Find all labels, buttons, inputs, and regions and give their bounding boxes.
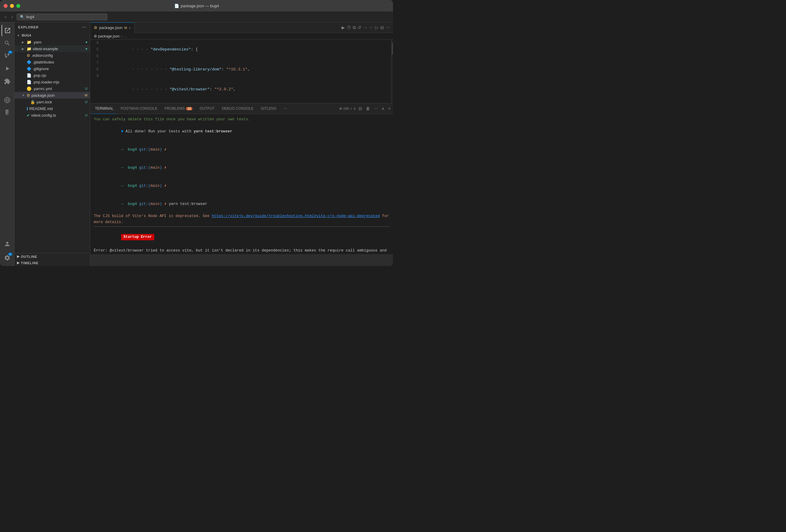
activity-accounts[interactable]: [1, 238, 13, 250]
pnp-cjs-icon: 📄: [27, 73, 31, 78]
terminal-all-done-msg: ■ All done! Run your tests with yarn tes…: [94, 122, 389, 141]
sidebar-item-readme[interactable]: ℹ README.md: [15, 105, 90, 112]
back-icon[interactable]: ←: [369, 24, 374, 30]
sidebar-item-vitest-config[interactable]: ✔ vitest.config.ts U: [15, 112, 90, 119]
terminal-up-icon[interactable]: ∧: [380, 105, 386, 112]
code-line-4: · · · · "devDependencies": {: [103, 40, 391, 59]
tab-problems[interactable]: PROBLEMS 18: [161, 103, 196, 114]
timeline-chevron: ▶: [17, 261, 20, 265]
sidebar-item-gitattributes[interactable]: 🔷 .gitattributes: [15, 58, 90, 65]
tab-more[interactable]: ⋯: [280, 103, 291, 114]
terminal-more-icon[interactable]: ⋯: [372, 105, 379, 112]
terminal-panel: TERMINAL POSTMAN CONSOLE PROBLEMS 18 OUT…: [90, 103, 393, 254]
sidebar-header: EXPLORER ⋯: [15, 22, 90, 32]
toggle-panel-icon[interactable]: ⊟: [380, 24, 385, 30]
source-control-badge: 7: [8, 51, 13, 54]
pnp-loader-icon: 📄: [27, 80, 31, 84]
activity-run[interactable]: [1, 63, 13, 74]
more-actions-icon[interactable]: ⋯: [385, 24, 391, 30]
sidebar-item-yarn[interactable]: ▶ 📁 .yarn ●: [15, 39, 90, 45]
code-line-7: · · · · · · · · "playwright": "^1.45.1",: [103, 99, 391, 103]
startup-error-badge: Startup Error: [121, 234, 154, 240]
revert-icon[interactable]: ↺: [357, 24, 362, 30]
sidebar-item-pnp-loader[interactable]: 📄 .pnp.loader.mjs: [15, 79, 90, 85]
close-button[interactable]: [4, 4, 7, 8]
tab-debug[interactable]: DEBUG CONSOLE: [218, 103, 257, 114]
project-root[interactable]: ▼ BUG4: [15, 32, 90, 39]
settings-badge: 1: [8, 253, 13, 256]
tab-bar: ⚙ package.json M × ▶ ⏱ ⧉ ↺ → ← ▷ ⊟ ⋯: [90, 22, 393, 33]
search-icon: 🔍: [20, 15, 24, 19]
terminal-prompt-yarn: → bug4 git:(main) ✗ yarn test:browser: [94, 195, 389, 213]
terminal-safe-delete-msg: You can safely delete this file once you…: [94, 116, 389, 122]
split-editor-icon[interactable]: ⧉: [352, 24, 356, 31]
tab-package-json[interactable]: ⚙ package.json M ×: [90, 22, 135, 33]
forward-button[interactable]: ›: [10, 14, 14, 20]
activity-bar: 7 1: [0, 22, 15, 266]
timeline-section[interactable]: ▶ TIMELINE: [15, 260, 90, 266]
yarnrc-badge: U: [85, 87, 88, 90]
problems-badge: 18: [186, 107, 192, 110]
project-chevron: ▼: [17, 34, 21, 37]
vitest-config-badge: U: [85, 113, 88, 117]
breadcrumb: ⚙ package.json › …: [90, 33, 393, 40]
activity-extensions[interactable]: [1, 76, 13, 87]
editor-content[interactable]: 4 5 6 7 8 9 · · · · "devDependencies": {…: [90, 40, 393, 103]
split-terminal-icon[interactable]: ⊟: [357, 105, 363, 112]
activity-explorer[interactable]: [1, 25, 13, 36]
activity-remote-explorer[interactable]: [1, 94, 13, 106]
back-button[interactable]: ‹: [4, 14, 7, 20]
new-file-icon[interactable]: ⋯: [82, 25, 86, 30]
terminal-close-icon[interactable]: ×: [387, 105, 392, 112]
terminal-content[interactable]: You can safely delete this file once you…: [90, 114, 393, 254]
tab-gitlens[interactable]: GITLENS: [257, 103, 280, 114]
vitest-folder-icon: 📁: [27, 47, 31, 51]
package-json-icon: ⚙: [27, 93, 30, 98]
sidebar-item-yarnrc[interactable]: 🟡 .yarnrc.yml U: [15, 85, 90, 92]
terminal-actions: ⊕ zsh + ∨ ⊟ 🗑 ⋯ ∧ ×: [339, 105, 392, 112]
code-content[interactable]: · · · · "devDependencies": { · · · · · ·…: [101, 40, 391, 103]
search-box[interactable]: 🔍 bug4: [17, 14, 108, 20]
activity-source-control[interactable]: 7: [1, 50, 13, 62]
sidebar-item-pnp-cjs[interactable]: 📄 .pnp.cjs: [15, 72, 90, 79]
outline-section[interactable]: ▶ OUTLINE: [15, 253, 90, 260]
editor-area: ⚙ package.json M × ▶ ⏱ ⧉ ↺ → ← ▷ ⊟ ⋯: [90, 22, 393, 266]
traffic-lights: [4, 4, 20, 8]
gitignore-icon: 🔷: [27, 67, 31, 71]
sidebar-item-gitignore[interactable]: 🔷 .gitignore: [15, 65, 90, 72]
outline-chevron: ▶: [17, 255, 20, 259]
terminal-prompt-1: → bug4 git:(main) ✗: [94, 141, 389, 159]
timeline-icon[interactable]: ⏱: [346, 24, 351, 30]
gitattributes-icon: 🔷: [27, 60, 31, 64]
activity-testing[interactable]: [1, 107, 13, 119]
titlebar: 📄 package.json — bug4: [0, 0, 393, 11]
code-line-5: · · · · · · · · "@testing-library/dom": …: [103, 59, 391, 79]
tab-output[interactable]: OUTPUT: [196, 103, 218, 114]
activity-settings[interactable]: 1: [1, 252, 13, 264]
activity-search[interactable]: [1, 38, 13, 49]
navigation-bar: ‹ › 🔍 bug4: [0, 11, 393, 22]
line-numbers: 4 5 6 7 8 9: [90, 40, 101, 103]
yarn-folder-icon: 📁: [27, 40, 31, 44]
tab-file-icon: ⚙: [94, 25, 97, 30]
tab-postman[interactable]: POSTMAN CONSOLE: [117, 103, 161, 114]
yarnrc-icon: 🟡: [27, 87, 31, 91]
terminal-prompt-2: → bug4 git:(main) ✗: [94, 159, 389, 177]
run-icon[interactable]: ▶: [341, 24, 346, 30]
terminal-warning-msg: The CJS build of Vite's Node API is depr…: [94, 213, 389, 225]
tab-terminal[interactable]: TERMINAL: [91, 103, 117, 114]
sidebar-item-editorconfig[interactable]: ⚙ .editorconfig: [15, 52, 90, 58]
minimize-button[interactable]: [10, 4, 14, 8]
vitest-config-icon: ✔: [27, 113, 30, 118]
terminal-prompt-3: → bug4 git:(main) ✗: [94, 177, 389, 195]
sidebar-item-package-json[interactable]: ▼ ⚙ package.json M: [15, 92, 90, 99]
sidebar: EXPLORER ⋯ ▼ BUG4 ▶ 📁 .yarn ●: [15, 22, 90, 266]
play-action-icon[interactable]: ▷: [374, 24, 379, 30]
forward-icon[interactable]: →: [363, 24, 368, 30]
sidebar-item-vitest-example[interactable]: ▶ 📁 vitest-example ●: [15, 45, 90, 52]
maximize-button[interactable]: [16, 4, 20, 8]
delete-terminal-icon[interactable]: 🗑: [365, 105, 371, 112]
sidebar-item-yarn-lock[interactable]: 🔒 yarn.lock U: [15, 99, 90, 105]
tab-close-button[interactable]: ×: [129, 26, 131, 30]
project-name: BUG4: [22, 33, 31, 37]
